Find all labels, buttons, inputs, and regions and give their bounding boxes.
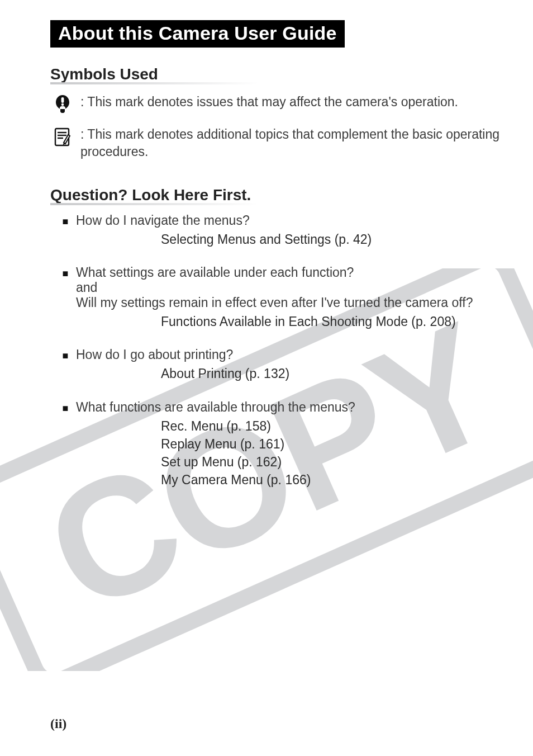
symbol-item-issue: : This mark denotes issues that may affe…	[53, 93, 505, 114]
bullet-square-icon: ■	[60, 403, 70, 414]
qa-3-answer-1: About Printing (p. 132)	[161, 365, 505, 382]
bullet-square-icon: ■	[60, 350, 70, 362]
qa-2-sub-1: and	[76, 280, 505, 295]
qa-4-answer-4: My Camera Menu (p. 166)	[161, 471, 505, 489]
qa-1-question: How do I navigate the menus?	[76, 213, 505, 228]
section-heading-questions: Question? Look Here First.	[50, 186, 505, 204]
svg-rect-2	[61, 97, 64, 103]
section-heading-symbols-text: Symbols Used	[50, 65, 158, 83]
section-heading-symbols: Symbols Used	[50, 65, 505, 83]
qa-item-1: ■ How do I navigate the menus? Selecting…	[60, 213, 505, 248]
page-title-text: About this Camera User Guide	[58, 22, 337, 44]
qa-1-answer-1: Selecting Menus and Settings (p. 42)	[161, 230, 505, 248]
symbol-text-note: : This mark denotes additional topics th…	[80, 126, 505, 160]
qa-4-question: What functions are available through the…	[76, 400, 505, 415]
qa-item-2: ■ What settings are available under each…	[60, 265, 505, 330]
page-content: About this Camera User Guide Symbols Use…	[0, 0, 533, 489]
qa-item-4: ■ What functions are available through t…	[60, 400, 505, 489]
qa-4-answer-1: Rec. Menu (p. 158)	[161, 417, 505, 435]
page-number: (ii)	[50, 716, 66, 731]
section-heading-questions-text: Question? Look Here First.	[50, 186, 251, 204]
symbol-item-note: : This mark denotes additional topics th…	[53, 126, 505, 160]
page-title-banner: About this Camera User Guide	[50, 20, 345, 48]
qa-2-sub-2: Will my settings remain in effect even a…	[76, 295, 505, 310]
svg-point-3	[61, 103, 64, 106]
symbol-text-issue: : This mark denotes issues that may affe…	[80, 93, 505, 111]
note-icon	[53, 126, 73, 148]
qa-2-answer-1: Functions Available in Each Shooting Mod…	[161, 313, 505, 330]
bullet-square-icon: ■	[60, 268, 70, 280]
qa-2-question: What settings are available under each f…	[76, 265, 505, 280]
qa-4-answer-3: Set up Menu (p. 162)	[161, 453, 505, 471]
bullet-square-icon: ■	[60, 216, 70, 228]
qa-3-question: How do I go about printing?	[76, 347, 505, 362]
exclaim-icon	[53, 93, 73, 114]
qa-item-3: ■ How do I go about printing? About Prin…	[60, 347, 505, 382]
qa-4-answer-2: Replay Menu (p. 161)	[161, 435, 505, 453]
